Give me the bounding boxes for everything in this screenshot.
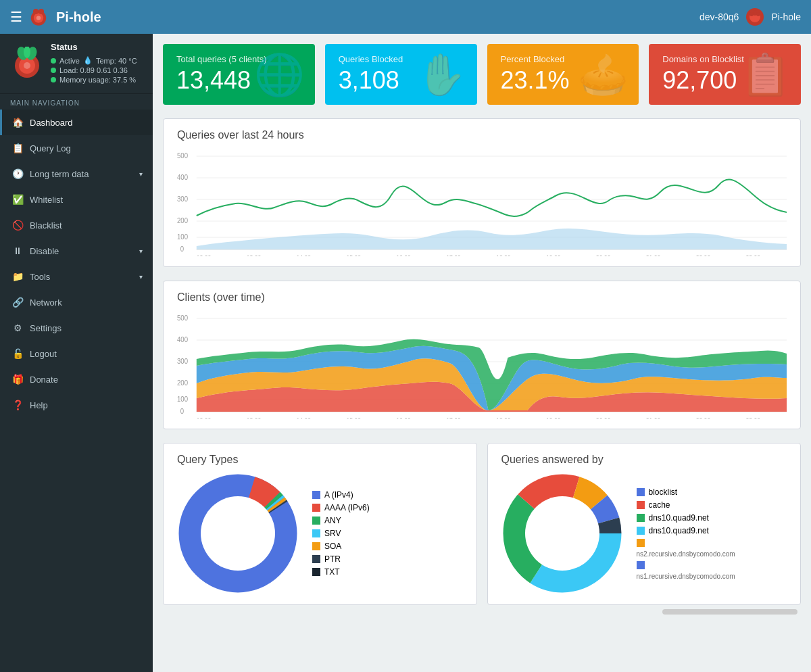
sidebar-item-dashboard[interactable]: 🏠 Dashboard — [0, 110, 153, 135]
network-icon: 🔗 — [12, 297, 23, 308]
sidebar-item-blacklist[interactable]: 🚫 Blacklist — [0, 212, 153, 238]
clock-icon: 🕐 — [12, 168, 23, 179]
status-section: Status Active 💧 Temp: 40 °C Load: 0.89 0… — [0, 34, 153, 94]
hand-icon: ✋ — [416, 51, 467, 99]
query-types-legend: A (IPv4) AAAA (IPv6) ANY SRV — [312, 490, 370, 577]
legend-item: ns2.recursive.dnsbycomodo.com — [637, 550, 735, 558]
svg-text:200: 200 — [177, 217, 189, 224]
stat-percent-blocked: Percent Blocked 23.1% 🥧 — [487, 44, 639, 105]
legend-item: TXT — [312, 567, 370, 577]
donate-icon: 🎁 — [12, 374, 23, 385]
sidebar-item-long-term[interactable]: 🕐 Long term data ▾ — [0, 161, 153, 187]
legend-item — [637, 539, 735, 547]
svg-point-3 — [39, 9, 44, 14]
svg-text:16:00: 16:00 — [396, 254, 411, 256]
query-types-donut-row: A (IPv4) AAAA (IPv6) ANY SRV — [177, 473, 463, 594]
legend-label: TXT — [324, 567, 340, 577]
svg-text:19:00: 19:00 — [546, 254, 561, 256]
sidebar-item-logout[interactable]: 🔓 Logout — [0, 341, 153, 366]
legend-color — [312, 568, 320, 576]
sidebar-item-query-log[interactable]: 📋 Query Log — [0, 135, 153, 161]
svg-point-77 — [525, 496, 599, 571]
sidebar-item-disable[interactable]: ⏸ Disable ▾ — [0, 238, 153, 264]
active-dot — [51, 58, 56, 64]
hostname-label: dev-80q6 — [699, 11, 739, 22]
svg-text:19:00: 19:00 — [546, 416, 561, 418]
queries-chart-card: Queries over last 24 hours 500 400 300 2… — [163, 118, 801, 267]
legend-item: dns10.quad9.net — [637, 513, 735, 523]
sidebar-item-label: Disable — [30, 246, 59, 256]
status-load-text: Load: 0.89 0.61 0.36 — [59, 66, 128, 74]
sidebar-item-help[interactable]: ❓ Help — [0, 392, 153, 418]
legend-label: SOA — [324, 542, 341, 551]
sidebar-item-tools[interactable]: 📁 Tools ▾ — [0, 264, 153, 289]
queries-answered-card: Queries answered by — [487, 443, 802, 605]
queries-chart: 500 400 300 200 100 0 — [177, 148, 787, 256]
pie-icon: 🥧 — [578, 51, 629, 99]
legend-label: ns2.recursive.dnsbycomodo.com — [637, 550, 735, 558]
sidebar-item-donate[interactable]: 🎁 Donate — [0, 366, 153, 392]
scrollbar-thumb[interactable] — [662, 609, 797, 615]
navbar: ☰ Pi-hole dev-80q6 Pi-hole — [0, 0, 811, 34]
svg-text:17:00: 17:00 — [446, 416, 461, 418]
svg-text:100: 100 — [177, 233, 189, 241]
svg-point-8 — [749, 12, 754, 16]
legend-label: AAAA (IPv6) — [324, 503, 370, 512]
status-title: Status — [51, 42, 137, 52]
svg-text:300: 300 — [177, 358, 189, 365]
sidebar-item-settings[interactable]: ⚙ Settings — [0, 315, 153, 341]
legend-color — [637, 514, 645, 522]
username-label: Pi-hole — [771, 11, 801, 22]
svg-text:17:00: 17:00 — [446, 254, 461, 256]
sidebar-item-label: Dashboard — [30, 118, 73, 128]
svg-text:22:00: 22:00 — [696, 254, 711, 256]
legend-label: dns10.quad9.net — [649, 513, 709, 523]
svg-text:100: 100 — [177, 395, 189, 403]
nav-section-label: MAIN NAVIGATION — [0, 94, 153, 110]
pi-logo-icon — [28, 6, 49, 28]
svg-text:23:00: 23:00 — [746, 254, 761, 256]
queries-answered-donut — [501, 473, 623, 594]
legend-label: SRV — [324, 529, 341, 538]
sidebar-item-label: Tools — [30, 272, 50, 282]
legend-color — [637, 527, 645, 535]
svg-text:18:00: 18:00 — [496, 254, 511, 256]
sidebar-item-label: Network — [30, 297, 62, 308]
query-types-card: Query Types — [163, 443, 477, 605]
stats-row: Total queries (5 clients) 13,448 🌐 Queri… — [163, 44, 801, 105]
svg-text:0: 0 — [180, 408, 185, 415]
svg-text:15:00: 15:00 — [346, 416, 361, 418]
clients-chart-card: Clients (over time) 500 400 300 200 100 … — [163, 281, 801, 429]
sidebar-item-network[interactable]: 🔗 Network — [0, 289, 153, 315]
sidebar: Status Active 💧 Temp: 40 °C Load: 0.89 0… — [0, 34, 153, 672]
legend-color — [637, 539, 645, 547]
legend-color — [312, 517, 320, 525]
svg-text:15:00: 15:00 — [346, 254, 361, 256]
svg-point-9 — [756, 12, 760, 16]
content-area: Total queries (5 clients) 13,448 🌐 Queri… — [153, 34, 811, 672]
legend-item: blocklist — [637, 487, 735, 497]
svg-text:500: 500 — [177, 314, 189, 322]
svg-text:400: 400 — [177, 174, 189, 181]
chevron-down-icon: ▾ — [139, 247, 143, 255]
legend-item: ANY — [312, 516, 370, 525]
legend-label: ns1.recursive.dnsbycomodo.com — [637, 573, 735, 580]
svg-text:12:00: 12:00 — [197, 416, 212, 418]
svg-point-2 — [33, 9, 39, 14]
status-memory-text: Memory usage: 37.5 % — [59, 76, 136, 84]
legend-label: A (IPv4) — [324, 490, 353, 500]
svg-text:0: 0 — [180, 245, 185, 253]
svg-text:20:00: 20:00 — [596, 254, 611, 256]
svg-text:13:00: 13:00 — [247, 416, 262, 418]
queries-chart-title: Queries over last 24 hours — [177, 129, 787, 141]
sidebar-item-whitelist[interactable]: ✅ Whitelist — [0, 187, 153, 212]
globe-icon: 🌐 — [254, 51, 305, 99]
menu-toggle[interactable]: ☰ — [10, 9, 22, 25]
legend-label: blocklist — [649, 487, 678, 497]
svg-point-4 — [36, 16, 41, 20]
list-icon: 📋 — [12, 143, 23, 153]
legend-item: PTR — [312, 554, 370, 564]
bottom-row: Query Types — [163, 443, 801, 605]
svg-point-70 — [201, 496, 275, 571]
svg-text:23:00: 23:00 — [746, 416, 761, 418]
